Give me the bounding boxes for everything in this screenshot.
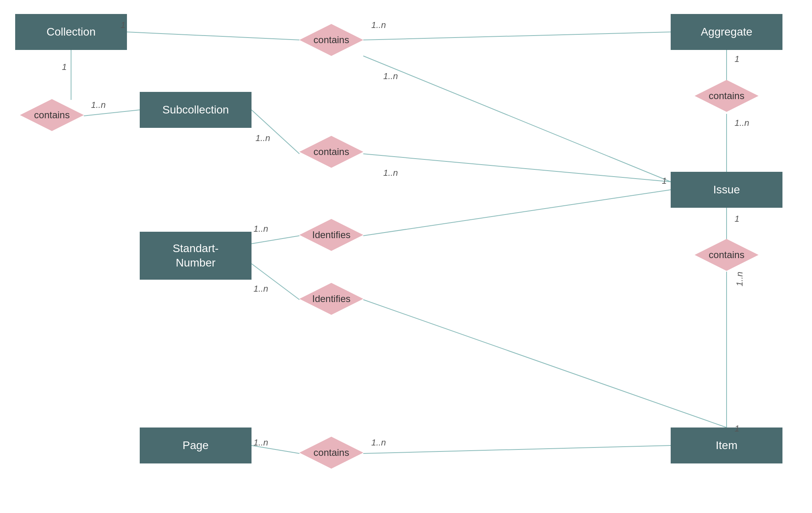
entity-issue: Issue: [671, 172, 782, 208]
svg-line-1: [363, 32, 671, 40]
diamond-contains-sub: contains: [299, 136, 363, 168]
cardinality-1-issue-contains: 1: [735, 214, 739, 224]
cardinality-1n-contains-issue-agg: 1..n: [735, 118, 749, 128]
diamond-contains-page: contains: [299, 437, 363, 469]
cardinality-1n-sub-contains: 1..n: [255, 133, 270, 143]
entity-aggregate: Aggregate: [671, 14, 782, 50]
er-diagram: Collection Aggregate Subcollection Issue…: [0, 0, 812, 513]
diamond-contains-issue: contains: [695, 239, 759, 271]
svg-line-7: [363, 56, 671, 182]
entity-standart-number: Standart-Number: [140, 232, 252, 280]
svg-line-13: [252, 264, 299, 300]
diamond-contains-top: contains: [299, 24, 363, 56]
cardinality-1n-contains-item: 1..n: [735, 272, 745, 286]
cardinality-1n-stdnum-identifies: 1..n: [254, 224, 268, 234]
entity-item: Item: [671, 428, 782, 463]
entity-page: Page: [140, 428, 252, 463]
cardinality-1n-contains-item-page: 1..n: [371, 437, 386, 448]
svg-line-6: [252, 110, 299, 154]
cardinality-1-collection-contains: 1: [121, 20, 125, 30]
cardinality-1-collection-down: 1: [62, 62, 67, 72]
cardinality-1n-page-contains: 1..n: [254, 437, 268, 448]
cardinality-1n-sub-contains-diag: 1..n: [383, 168, 398, 178]
cardinality-1n-contains-aggregate: 1..n: [371, 20, 386, 30]
cardinality-1n-stdnum-identifies2: 1..n: [254, 284, 268, 294]
diamond-identifies-top: Identifies: [299, 219, 363, 251]
diamond-identifies-bot: Identifies: [299, 283, 363, 315]
diamond-contains-left: contains: [20, 99, 84, 131]
svg-line-0: [127, 32, 299, 40]
cardinality-1-item-top: 1: [735, 424, 739, 434]
svg-line-8: [363, 154, 671, 182]
entity-subcollection: Subcollection: [140, 92, 252, 128]
entity-collection: Collection: [15, 14, 127, 50]
cardinality-1-aggregate-contains: 1: [735, 54, 739, 64]
svg-line-10: [363, 190, 671, 236]
svg-line-9: [252, 236, 299, 244]
cardinality-1n-contains-sub: 1..n: [91, 100, 106, 110]
svg-line-5: [84, 110, 140, 116]
svg-line-14: [363, 300, 727, 428]
cardinality-1n-top-contains-diag: 1..n: [383, 71, 398, 82]
svg-line-16: [363, 445, 671, 453]
cardinality-1-issue-left: 1: [662, 176, 667, 186]
diamond-contains-aggregate: contains: [695, 80, 759, 112]
